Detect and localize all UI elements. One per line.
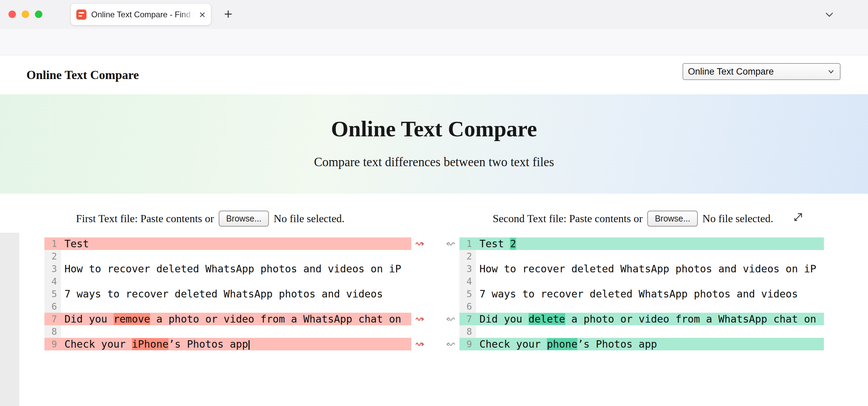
line-number: 4 xyxy=(459,275,476,288)
diff-gutter xyxy=(411,237,459,406)
line-text[interactable] xyxy=(476,250,824,263)
browser-tab[interactable]: Online Text Compare - Find text × xyxy=(71,4,211,25)
diff-line: 57 ways to recover deleted WhatsApp phot… xyxy=(44,288,411,300)
diff-line: 4 xyxy=(44,275,411,288)
second-file-browse-button[interactable]: Browse... xyxy=(647,211,697,227)
change-marker-left-icon xyxy=(415,313,424,325)
diff-word-highlight: iPhone xyxy=(132,338,169,350)
list-tabs-chevron-icon[interactable] xyxy=(822,8,837,22)
change-marker-left-icon xyxy=(415,237,424,250)
site-brand: Online Text Compare xyxy=(26,68,139,82)
file-picker-row: First Text file: Paste contents or Brows… xyxy=(0,206,868,231)
tab-bar: Online Text Compare - Find text × + xyxy=(0,0,868,29)
change-marker-right-icon xyxy=(444,338,457,350)
line-text[interactable]: 7 ways to recover deleted WhatsApp photo… xyxy=(61,288,411,300)
tool-select-dropdown[interactable]: Online Text Compare xyxy=(683,63,841,80)
line-number: 1 xyxy=(44,237,61,250)
change-marker-left-icon xyxy=(415,338,424,350)
change-marker-right-icon xyxy=(444,237,457,250)
line-number: 6 xyxy=(459,300,476,313)
line-number: 5 xyxy=(44,288,61,300)
text-caret xyxy=(249,340,250,350)
line-text[interactable] xyxy=(61,300,411,313)
diff-word-highlight: phone xyxy=(547,338,577,350)
second-file-label: Second Text file: Paste contents or xyxy=(493,212,643,225)
diff-editor-right[interactable]: 1Test 223How to recover deleted WhatsApp… xyxy=(459,237,824,350)
chevron-down-icon xyxy=(827,67,835,76)
site-header: Online Text Compare Online Text Compare xyxy=(0,56,868,94)
diff-line: 1Test 2 xyxy=(459,237,824,250)
hero-title: Online Text Compare xyxy=(0,116,868,142)
diff-line: 9Check your phone’s Photos app xyxy=(459,338,824,350)
diff-line: 3How to recover deleted WhatsApp photos … xyxy=(44,263,411,275)
change-marker-right-icon xyxy=(444,313,457,325)
line-number: 2 xyxy=(459,250,476,263)
zoom-window-button[interactable] xyxy=(35,11,42,18)
line-text[interactable] xyxy=(61,250,411,263)
browser-window: Online Text Compare - Find text × + http… xyxy=(0,0,868,406)
diff-word-highlight: remove xyxy=(114,313,150,325)
line-number: 7 xyxy=(459,313,476,325)
diff-line: 2 xyxy=(459,250,824,263)
diff-view: 1Test23How to recover deleted WhatsApp p… xyxy=(0,237,868,406)
line-text[interactable]: Test 2 xyxy=(476,237,824,250)
navigation-toolbar: https://onlinetextcompare.com A xyxy=(0,29,868,55)
diff-line: 3How to recover deleted WhatsApp photos … xyxy=(459,263,824,275)
line-number: 5 xyxy=(459,288,476,300)
line-text[interactable] xyxy=(476,275,824,288)
diff-line: 8 xyxy=(44,325,411,338)
line-number: 2 xyxy=(44,250,61,263)
site-favicon-icon xyxy=(76,9,86,20)
hero-subtitle: Compare text differences between two tex… xyxy=(0,155,868,169)
tool-select-value: Online Text Compare xyxy=(688,66,774,77)
first-file-label: First Text file: Paste contents or xyxy=(76,212,214,225)
tab-title: Online Text Compare - Find text xyxy=(91,10,194,19)
diff-line: 1Test xyxy=(44,237,411,250)
diff-line: 6 xyxy=(459,300,824,313)
line-number: 6 xyxy=(44,300,61,313)
line-number: 8 xyxy=(44,325,61,338)
close-window-button[interactable] xyxy=(8,11,16,18)
diff-line: 7Did you remove a photo or video from a … xyxy=(44,313,411,325)
diff-editor-left[interactable]: 1Test23How to recover deleted WhatsApp p… xyxy=(44,237,411,350)
line-text[interactable]: Test xyxy=(61,237,411,250)
line-number: 3 xyxy=(459,263,476,275)
line-number: 4 xyxy=(44,275,61,288)
second-file-group: Second Text file: Paste contents or Brow… xyxy=(493,206,773,231)
line-text[interactable]: How to recover deleted WhatsApp photos a… xyxy=(476,263,824,275)
line-number: 8 xyxy=(459,325,476,338)
line-text[interactable]: How to recover deleted WhatsApp photos a… xyxy=(61,263,411,275)
fullscreen-expand-icon[interactable] xyxy=(789,210,806,226)
line-text[interactable]: Did you delete a photo or video from a W… xyxy=(476,313,824,325)
diff-word-highlight: 2 xyxy=(510,238,516,250)
new-tab-button[interactable]: + xyxy=(220,6,236,22)
diff-line: 7Did you delete a photo or video from a … xyxy=(459,313,824,325)
line-text[interactable]: Check your phone’s Photos app xyxy=(476,338,824,350)
tab-close-icon[interactable]: × xyxy=(199,9,205,20)
hero-section: Online Text Compare Compare text differe… xyxy=(0,94,868,194)
diff-line: 9Check your iPhone’s Photos app xyxy=(44,338,411,350)
line-number: 3 xyxy=(44,263,61,275)
diff-line: 8 xyxy=(459,325,824,338)
first-file-browse-button[interactable]: Browse... xyxy=(219,211,269,227)
first-file-group: First Text file: Paste contents or Brows… xyxy=(76,206,344,231)
second-file-status: No file selected. xyxy=(703,212,773,225)
diff-line: 6 xyxy=(44,300,411,313)
line-number: 1 xyxy=(459,237,476,250)
first-file-status: No file selected. xyxy=(274,212,344,225)
diff-line: 2 xyxy=(44,250,411,263)
line-text[interactable]: 7 ways to recover deleted WhatsApp photo… xyxy=(476,288,824,300)
line-number: 9 xyxy=(459,338,476,350)
line-text[interactable] xyxy=(476,325,824,338)
diff-line: 57 ways to recover deleted WhatsApp phot… xyxy=(459,288,824,300)
diff-line: 4 xyxy=(459,275,824,288)
line-text[interactable] xyxy=(61,275,411,288)
line-text[interactable] xyxy=(476,300,824,313)
line-text[interactable]: Did you remove a photo or video from a W… xyxy=(61,313,411,325)
diff-word-highlight: delete xyxy=(529,313,565,325)
line-number: 7 xyxy=(44,313,61,325)
line-text[interactable]: Check your iPhone’s Photos app xyxy=(61,338,411,350)
line-text[interactable] xyxy=(61,325,411,338)
minimize-window-button[interactable] xyxy=(22,11,29,18)
line-number: 9 xyxy=(44,338,61,350)
